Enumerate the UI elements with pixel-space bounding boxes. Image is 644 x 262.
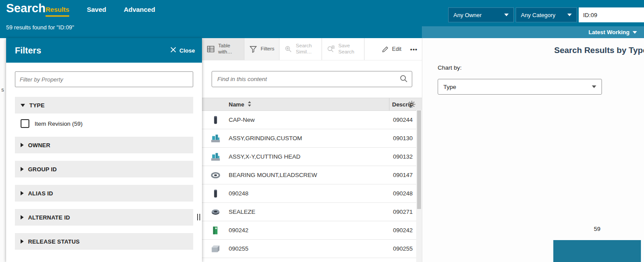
filter-by-property-input[interactable]	[15, 71, 193, 87]
row-name-cell: CAP-New	[229, 117, 393, 123]
category-filter-value: Any Category	[521, 12, 556, 18]
toolbar-button-filters[interactable]: Filters	[244, 38, 280, 60]
filter-section-header-alias-id[interactable]: ALIAS ID	[15, 185, 193, 202]
filters-panel-body: TYPEItem Revision (59)OWNERGROUP IDALIAS…	[6, 63, 202, 250]
column-header-name[interactable]: Name	[229, 101, 251, 108]
part-thumbnail-cylinder-icon	[210, 188, 221, 199]
part-thumbnail-machine-icon	[210, 152, 221, 162]
revision-rule-dropdown[interactable]: Latest Working	[588, 29, 630, 35]
filter-section-alternate-id: ALTERNATE ID	[15, 209, 193, 226]
chevron-right-icon	[21, 239, 24, 244]
filter-section-header-group-id[interactable]: GROUP ID	[15, 161, 193, 177]
table-row-bearing-mount-leadscrew[interactable]: BEARING MOUNT,LEADSCREW090147	[202, 166, 422, 184]
owner-filter-dropdown[interactable]: Any Owner	[448, 7, 514, 22]
table-row-090242[interactable]: 090242090242	[202, 221, 422, 240]
part-thumbnail-board-icon	[210, 225, 221, 236]
filter-section-header-alternate-id[interactable]: ALTERNATE ID	[15, 209, 193, 226]
table-row-assy-x-y-cutting-head[interactable]: ASSY,X-Y,CUTTING HEAD090132	[202, 148, 422, 166]
sort-icon[interactable]	[248, 101, 251, 108]
edit-button[interactable]: Edit	[382, 46, 402, 53]
close-button-label: Close	[180, 47, 195, 54]
filter-section-group-id: GROUP ID	[15, 161, 193, 177]
table-row-090248[interactable]: 090248090248	[202, 184, 422, 203]
chart-by-label: Chart by:	[438, 64, 462, 71]
chevron-right-icon	[21, 215, 24, 220]
filter-section-alias-id: ALIAS ID	[15, 185, 193, 202]
row-description-cell: 090271	[393, 209, 413, 215]
table-row-cap-new[interactable]: CAP-New090244	[202, 111, 422, 129]
chevron-right-icon	[21, 143, 24, 147]
chart-by-value: Type	[443, 84, 456, 90]
chart-title: Search Results by Type	[554, 46, 644, 55]
row-description-cell: 090147	[393, 172, 413, 178]
filter-section-label: OWNER	[28, 142, 50, 149]
toolbar-button-label: Table with…	[218, 43, 239, 55]
filter-option-label: Item Revision (59)	[35, 120, 83, 127]
table-header: Name Description	[202, 98, 422, 111]
search-icon[interactable]	[400, 74, 408, 85]
results-count-text: 59 results found for "ID:09"	[6, 24, 74, 31]
filter-section-label: TYPE	[29, 102, 45, 109]
table-icon	[207, 45, 215, 53]
chart-by-dropdown[interactable]: Type	[438, 79, 602, 95]
table-row-sealeze[interactable]: SEALEZE090271	[202, 203, 422, 221]
results-list-panel: Table with…FiltersSearch Simil…Save Sear…	[202, 38, 422, 262]
part-thumbnail-seal-icon	[210, 207, 221, 217]
filters-panel-header: Filters Close	[6, 38, 202, 63]
filter-section-label: ALIAS ID	[28, 190, 53, 197]
part-thumbnail-machine-icon	[210, 133, 221, 144]
row-name-cell: 090248	[229, 190, 393, 197]
tab-results[interactable]: Results	[46, 6, 69, 17]
results-toolbar-buttons: Table with…FiltersSearch Simil…Save Sear…	[202, 38, 364, 60]
edit-button-label: Edit	[392, 46, 402, 52]
find-in-content-input[interactable]	[212, 71, 412, 87]
toolbar-button-label: Filters	[261, 46, 274, 52]
chevron-down-icon	[633, 31, 637, 34]
chevron-right-icon	[21, 191, 24, 195]
filter-section-type: TYPEItem Revision (59)	[15, 97, 193, 129]
table-row-090255[interactable]: 090255090255	[202, 240, 422, 258]
filter-section-label: RELEASE STATUS	[28, 238, 80, 245]
toolbar-button-label: Search Simil…	[296, 43, 317, 55]
table-row-threaded-screw-actuator[interactable]: THREADED SCREW,ACTUATOR090275	[202, 258, 422, 262]
toolbar-button-table-with[interactable]: Table with…	[202, 38, 244, 60]
row-description-cell: 090244	[393, 117, 413, 123]
header-tabs: Results Saved Advanced	[46, 6, 155, 17]
filter-section-release-status: RELEASE STATUS	[15, 233, 193, 250]
chevron-down-icon	[592, 85, 596, 88]
scrollbar-thumb[interactable]	[417, 110, 421, 209]
owner-filter-value: Any Owner	[453, 12, 481, 18]
checkbox[interactable]	[21, 119, 29, 128]
chart-bar-item-revision[interactable]	[553, 240, 641, 262]
filter-section-header-type[interactable]: TYPE	[15, 97, 193, 113]
more-options-button[interactable]: •••	[410, 46, 418, 53]
left-edge-text-fragment: s	[1, 87, 4, 93]
bar-value-label: 59	[553, 226, 641, 232]
filter-section-header-owner[interactable]: OWNER	[15, 137, 193, 153]
row-name-cell: ASSY,GRINDING,CUSTOM	[229, 135, 393, 142]
table-scrollbar[interactable]	[416, 110, 422, 262]
table-row-assy-grinding-custom[interactable]: ASSY,GRINDING,CUSTOM090130	[202, 129, 422, 148]
tab-advanced[interactable]: Advanced	[124, 6, 155, 17]
category-filter-dropdown[interactable]: Any Category	[516, 7, 577, 22]
filters-panel: Filters Close TYPEItem Revision (59)OWNE…	[6, 38, 202, 262]
global-search-input[interactable]	[579, 7, 644, 22]
panel-resize-handle[interactable]	[197, 214, 200, 220]
filter-sections: TYPEItem Revision (59)OWNERGROUP IDALIAS…	[15, 97, 193, 250]
results-table-rows: CAP-New090244ASSY,GRINDING,CUSTOM090130A…	[202, 111, 422, 262]
close-filters-button[interactable]: Close	[170, 47, 195, 54]
gear-icon[interactable]	[408, 100, 416, 110]
close-icon	[170, 47, 176, 54]
tab-saved[interactable]: Saved	[87, 6, 106, 17]
page-title: Search	[6, 2, 46, 15]
chevron-down-icon	[21, 104, 25, 107]
app-header: Search Results Saved Advanced 59 results…	[0, 0, 644, 38]
search-results-page: Search Results Saved Advanced 59 results…	[0, 0, 644, 262]
filter-section-header-release-status[interactable]: RELEASE STATUS	[15, 233, 193, 250]
row-description-cell: 090242	[393, 227, 413, 234]
part-thumbnail-ring-icon	[210, 170, 221, 181]
search-similar-icon	[284, 45, 292, 53]
filter-option-item-revision-59[interactable]: Item Revision (59)	[15, 113, 193, 129]
toolbar-button-search-simil: Search Simil…	[280, 38, 322, 60]
row-description-cell: 090255	[393, 245, 413, 252]
